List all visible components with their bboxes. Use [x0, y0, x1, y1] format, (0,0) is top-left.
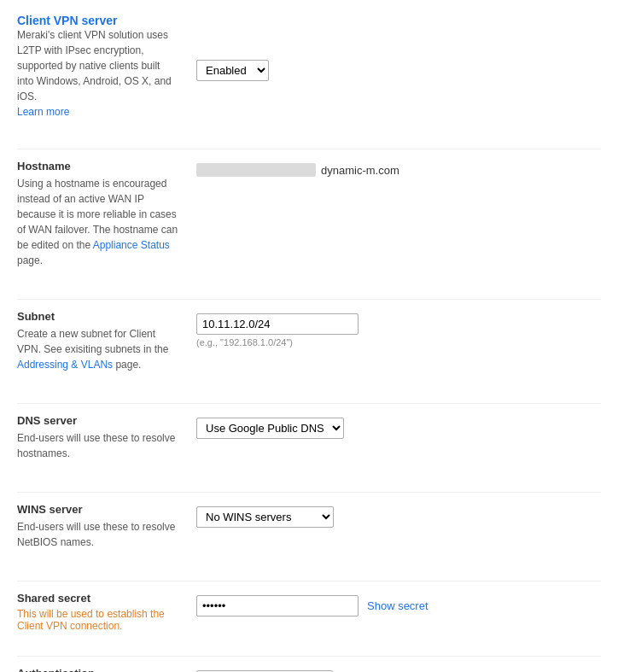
subnet-label: Subnet [17, 310, 183, 323]
learn-more-link[interactable]: Learn more [17, 106, 69, 118]
authentication-label: Authentication [17, 667, 183, 672]
dns-server-select[interactable]: Use Google Public DNS Use ISP DNS Specif… [196, 418, 344, 439]
dns-server-description: End-users will use these to resolve host… [17, 430, 179, 461]
page-title: Client VPN server [17, 14, 179, 27]
vpn-description: Meraki's client VPN solution uses L2TP w… [17, 27, 179, 120]
shared-secret-label: Shared secret [17, 592, 183, 605]
shared-secret-input[interactable] [196, 595, 359, 616]
addressing-vlans-link[interactable]: Addressing & VLANs [17, 359, 113, 371]
hostname-suffix: dynamic-m.com [321, 164, 399, 177]
wins-server-label: WINS server [17, 503, 183, 516]
hostname-blur [196, 163, 316, 177]
subnet-description: Create a new subnet for Client VPN. See … [17, 326, 179, 372]
wins-server-select[interactable]: No WINS servers Specify WINS servers [196, 506, 334, 528]
hostname-display: dynamic-m.com [196, 163, 601, 177]
wins-server-description: End-users will use these to resolve NetB… [17, 519, 179, 550]
shared-secret-description: This will be used to establish the Clien… [17, 608, 183, 632]
show-secret-link[interactable]: Show secret [367, 599, 429, 612]
appliance-status-link[interactable]: Appliance Status [93, 239, 170, 251]
shared-secret-row: Show secret [196, 595, 601, 616]
subnet-note: (e.g., "192.168.1.0/24") [196, 337, 601, 348]
hostname-label: Hostname [17, 160, 183, 172]
hostname-description: Using a hostname is encouraged instead o… [17, 176, 179, 268]
subnet-input[interactable] [196, 313, 359, 335]
vpn-status-select[interactable]: Enabled Disabled [196, 60, 269, 81]
dns-server-label: DNS server [17, 414, 183, 427]
